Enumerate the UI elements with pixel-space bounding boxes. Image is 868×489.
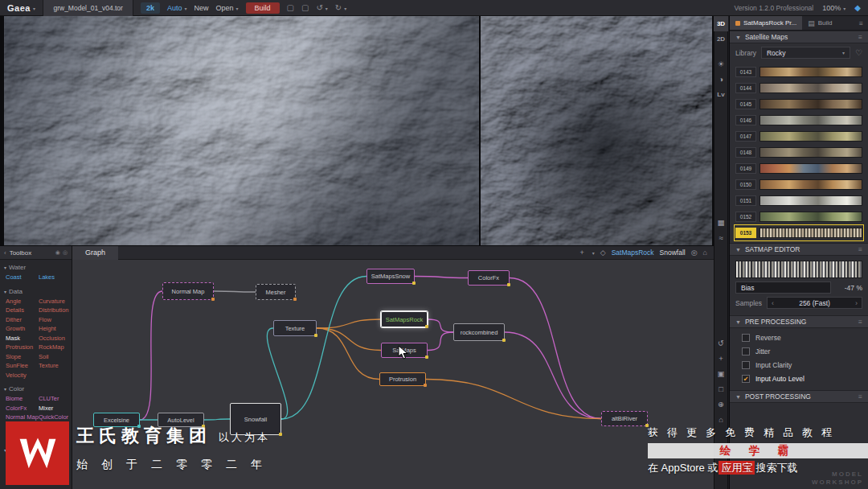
section-menu-icon[interactable]: ≡	[858, 33, 862, 41]
samples-stepper[interactable]: ‹256 (Fast)›	[767, 297, 862, 309]
toolbox-item[interactable]: Velocity	[6, 371, 39, 380]
toolbox-item[interactable]: Protrusion	[6, 343, 39, 352]
home-icon[interactable]: ⌂	[703, 249, 707, 257]
layout-toggle-icon[interactable]: ▢	[301, 3, 309, 12]
satmap-row[interactable]: 0147	[735, 129, 863, 144]
sun-icon[interactable]: ☀	[714, 56, 728, 72]
tab-graph[interactable]: Graph	[72, 246, 118, 260]
toolbox-item[interactable]: Coast	[6, 273, 39, 282]
toolbox-item[interactable]: Distribution	[39, 306, 72, 315]
satmap-row[interactable]: 0150	[735, 177, 863, 192]
snap-icon[interactable]: ◇	[600, 249, 606, 257]
levels-button[interactable]: Lv	[714, 87, 728, 102]
toolbox-item[interactable]: ColorFx	[6, 404, 39, 413]
toolbox-item[interactable]: Growth	[6, 324, 39, 334]
toolbox-item[interactable]: RockMap	[39, 343, 72, 352]
new-button[interactable]: New	[194, 4, 208, 12]
library-dropdown[interactable]: Rocky▾	[761, 47, 850, 59]
add-icon[interactable]: +	[714, 351, 728, 366]
pin-icon[interactable]: ◎	[691, 249, 698, 257]
frame-icon[interactable]: ▣	[714, 366, 728, 381]
toolbox-item[interactable]: Texture	[39, 361, 72, 371]
reset-view-icon[interactable]: ↺	[714, 335, 728, 351]
toolbox-section-header[interactable]: ▾Water	[0, 262, 72, 273]
section-menu-icon[interactable]: ≡	[858, 245, 862, 253]
zoom-icon[interactable]: ⊕	[714, 397, 728, 412]
exposure-icon[interactable]: ◑	[714, 72, 728, 87]
pre-processing-header[interactable]: ▼ PRE PROCESSING ≡	[730, 315, 868, 328]
satmap-row[interactable]: 0146	[735, 113, 863, 128]
satmap-row[interactable]: 0151	[735, 193, 863, 208]
graph-node-texture[interactable]: Texture	[273, 320, 317, 336]
toolbox-item[interactable]: Mask	[6, 334, 39, 343]
satmap-row[interactable]: 0145	[735, 97, 863, 112]
toolbox-item[interactable]: SunFlee	[6, 361, 39, 371]
file-tab[interactable]: grw_Model_01_v04.tor	[43, 0, 133, 16]
breadcrumb-snowfall[interactable]: Snowfall	[660, 249, 686, 257]
satellite-maps-header[interactable]: ▼ Satellite Maps ≡	[730, 31, 868, 43]
build-mode-dropdown[interactable]: Auto▾	[167, 4, 187, 12]
checkbox-row[interactable]: ✔Input Auto Level	[730, 372, 868, 385]
graph-node-normalmap[interactable]: Normal Map	[162, 282, 214, 300]
toolbox-item[interactable]: Slope	[6, 352, 39, 362]
toolbox-item[interactable]: Flow	[39, 315, 72, 325]
settings-icon[interactable]: ◆	[854, 3, 861, 12]
build-button[interactable]: Build	[246, 2, 280, 14]
open-button[interactable]: Open▾	[215, 4, 238, 12]
breadcrumb-satmapsrock[interactable]: SatMapsRock	[612, 249, 654, 257]
toolbox-item[interactable]: Curvature	[39, 297, 72, 306]
pin-icon[interactable]: ◎	[63, 249, 68, 256]
checkbox[interactable]	[742, 334, 750, 342]
toolbox-item[interactable]: Angle	[6, 297, 39, 306]
toolbox-item[interactable]: Lakes	[39, 273, 72, 282]
toolbox-item[interactable]: Soil	[39, 352, 72, 362]
graph-node-rockcombined[interactable]: rockcombined	[453, 323, 505, 341]
graph-node-satmapssnow[interactable]: SatMapsSnow	[366, 269, 415, 284]
bias-slider[interactable]: Bias	[735, 281, 831, 294]
panel-menu-icon[interactable]: ≡	[854, 16, 868, 30]
view-2d-button[interactable]: 2D	[714, 31, 728, 47]
checkbox[interactable]	[742, 361, 750, 369]
graph-node-satmapsrock[interactable]: SatMapsRock	[381, 311, 428, 327]
add-node-icon[interactable]: +	[579, 249, 583, 257]
checkbox-row[interactable]: Reverse	[730, 331, 868, 344]
graph-node-protrusion[interactable]: Protrusion	[379, 372, 426, 386]
satmap-row[interactable]: 0148	[735, 145, 863, 160]
satmap-row[interactable]: 0144	[735, 80, 863, 96]
toolbox-section-header[interactable]: ▾Color	[0, 384, 72, 394]
checkbox-row[interactable]: Input Clarity	[730, 358, 868, 372]
satmap-row[interactable]: 0149	[735, 161, 863, 176]
toolbox-item[interactable]: Biome	[6, 394, 39, 404]
viewport-3d-secondary[interactable]	[481, 16, 712, 245]
checkbox-row[interactable]: Jitter	[730, 344, 868, 358]
viewport-3d-main[interactable]	[4, 16, 481, 245]
satmap-row[interactable]: 0143	[735, 64, 863, 80]
panel-toggle-icon[interactable]: ▢	[287, 3, 294, 12]
graph-canvas[interactable]: Normal MapMesherSatMapsSnowColorFxTextur…	[72, 260, 714, 489]
grid-icon[interactable]: ▦	[714, 215, 728, 230]
graph-node-mesher[interactable]: Mesher	[256, 284, 296, 300]
redo-button[interactable]: ↻▾	[335, 3, 346, 12]
toolbox-section-header[interactable]: ▾Data	[0, 286, 72, 297]
toolbox-item[interactable]: QuickColor	[39, 413, 72, 422]
box-select-icon[interactable]: □	[714, 381, 728, 397]
water-icon[interactable]: ≈	[714, 230, 728, 245]
post-processing-header[interactable]: ▼ POST PROCESSING ≡	[730, 390, 868, 403]
toolbox-item[interactable]: Dither	[6, 315, 39, 325]
tab-build[interactable]: ▤Build	[802, 16, 837, 30]
undo-button[interactable]: ↺▾	[316, 3, 327, 12]
satmap-editor-header[interactable]: ▼ SATMAP EDITOR ≡	[730, 243, 868, 256]
zoom-dropdown[interactable]: 100%▾	[822, 4, 845, 12]
tab-satmapsrock-properties[interactable]: SatMapsRock Pr...	[730, 16, 802, 30]
toolbox-item[interactable]: Mixer	[39, 404, 72, 413]
section-menu-icon[interactable]: ≡	[858, 392, 862, 401]
satmap-row[interactable]: 0152	[735, 209, 863, 224]
chevron-right-icon[interactable]: ›	[855, 299, 858, 307]
graph-node-colorfx[interactable]: ColorFx	[468, 270, 510, 286]
collapse-icon[interactable]: ‹	[4, 249, 6, 257]
eye-icon[interactable]: ◉	[55, 249, 60, 256]
satmap-editor-preview[interactable]	[735, 261, 862, 278]
resolution-button[interactable]: 2k	[141, 2, 160, 14]
satmap-row[interactable]: 0153	[735, 225, 863, 240]
checkbox[interactable]: ✔	[742, 375, 750, 383]
